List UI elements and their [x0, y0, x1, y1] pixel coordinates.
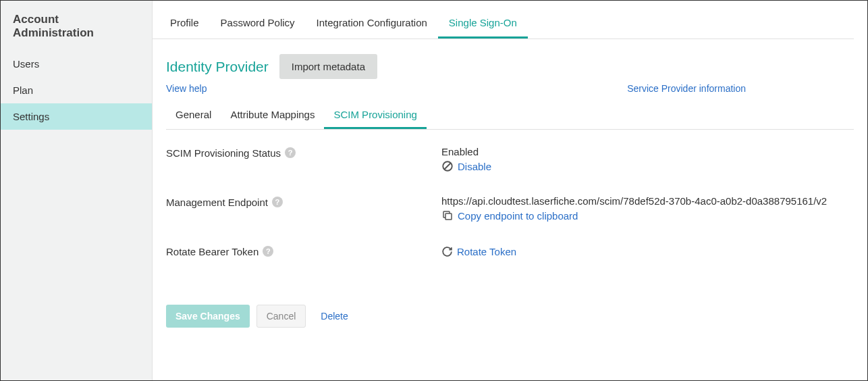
endpoint-url: https://api.cloudtest.laserfiche.com/sci… [441, 195, 854, 207]
footer-buttons: Save Changes Cancel Delete [153, 297, 867, 336]
sidebar-title: Account Administration [1, 1, 152, 51]
refresh-icon [441, 246, 453, 257]
save-button[interactable]: Save Changes [166, 305, 250, 328]
disable-icon [441, 160, 454, 172]
section-header: Identity Provider Import metadata [153, 39, 867, 82]
copy-endpoint-text: Copy endpoint to clipboard [458, 210, 578, 222]
copy-icon [441, 209, 454, 222]
delete-button[interactable]: Delete [313, 305, 356, 327]
help-icon[interactable]: ? [272, 197, 283, 207]
value-rotate-token: Rotate Token [441, 245, 854, 257]
rotate-token-text: Rotate Token [457, 246, 516, 257]
row-scim-status: SCIM Provisioning Status ? Enabled Disab… [166, 146, 854, 172]
help-icon[interactable]: ? [263, 246, 273, 257]
row-endpoint: Management Endpoint ? https://api.cloudt… [166, 195, 854, 222]
sidebar-item-users[interactable]: Users [1, 51, 152, 77]
help-icon[interactable]: ? [285, 147, 296, 158]
tab-profile[interactable]: Profile [159, 10, 210, 39]
sidebar-item-plan[interactable]: Plan [1, 77, 152, 103]
subtab-attribute-mappings[interactable]: Attribute Mappings [221, 102, 324, 129]
copy-endpoint-link[interactable]: Copy endpoint to clipboard [441, 209, 854, 222]
disable-link[interactable]: Disable [441, 160, 854, 172]
subtab-scim-provisioning[interactable]: SCIM Provisioning [324, 102, 426, 129]
value-endpoint: https://api.cloudtest.laserfiche.com/sci… [441, 195, 854, 222]
rotate-token-link[interactable]: Rotate Token [441, 246, 854, 257]
section-title: Identity Provider [166, 59, 269, 75]
import-metadata-button[interactable]: Import metadata [279, 54, 377, 79]
disable-link-text: Disable [458, 161, 491, 172]
form-area: SCIM Provisioning Status ? Enabled Disab… [153, 130, 867, 297]
row-rotate-token: Rotate Bearer Token ? Rotate Token [166, 245, 854, 257]
tab-password-policy[interactable]: Password Policy [210, 10, 306, 39]
status-enabled-text: Enabled [441, 146, 854, 157]
label-scim-status: SCIM Provisioning Status ? [166, 146, 441, 172]
sub-tabs: General Attribute Mappings SCIM Provisio… [166, 102, 854, 130]
tab-integration-configuration[interactable]: Integration Configuration [306, 10, 438, 39]
svg-rect-2 [445, 213, 452, 220]
link-row: View help Service Provider information [153, 82, 867, 102]
label-scim-status-text: SCIM Provisioning Status [166, 147, 281, 159]
cancel-button[interactable]: Cancel [256, 305, 306, 328]
value-scim-status: Enabled Disable [441, 146, 854, 172]
label-endpoint-text: Management Endpoint [166, 197, 268, 208]
top-tabs: Profile Password Policy Integration Conf… [153, 10, 854, 39]
main-content: Profile Password Policy Integration Conf… [153, 1, 867, 380]
label-rotate-token: Rotate Bearer Token ? [166, 245, 441, 257]
label-endpoint: Management Endpoint ? [166, 195, 441, 222]
service-provider-info-link[interactable]: Service Provider information [627, 83, 746, 94]
sidebar: Account Administration Users Plan Settin… [1, 1, 153, 380]
label-rotate-token-text: Rotate Bearer Token [166, 246, 259, 257]
subtab-general[interactable]: General [166, 102, 221, 129]
view-help-link[interactable]: View help [166, 83, 207, 94]
tab-single-sign-on[interactable]: Single Sign-On [438, 10, 528, 39]
svg-line-1 [445, 163, 451, 170]
sidebar-item-settings[interactable]: Settings [1, 103, 152, 130]
